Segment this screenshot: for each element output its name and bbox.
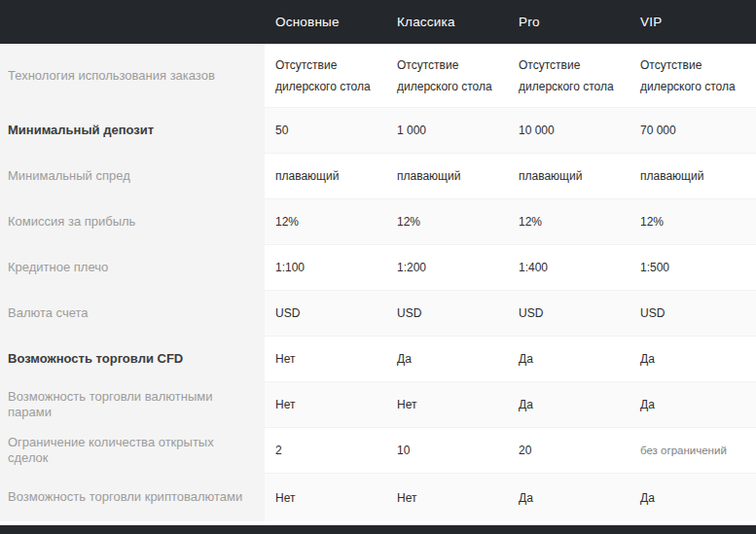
header-label-spacer <box>0 0 265 44</box>
table-header-bar: ОсновныеКлассикаProVIP <box>0 0 756 44</box>
value-cell: Да <box>630 474 756 521</box>
footer-bar <box>0 525 756 534</box>
value-cell: плавающий <box>386 154 508 198</box>
row-values: USDUSDUSDUSD <box>265 290 756 336</box>
value-cell: Отсутствие дилерского стола <box>386 44 508 107</box>
row-label: Ограничение количества открытых сделок <box>0 427 265 473</box>
value-cell: Нет <box>265 474 386 521</box>
column-header: Классика <box>386 0 508 44</box>
table-row: Ограничение количества открытых сделок21… <box>0 427 756 473</box>
value-cell: Да <box>508 474 630 521</box>
value-cell: Нет <box>265 337 386 381</box>
value-cell: Отсутствие дилерского стола <box>508 44 630 107</box>
row-values: 12%12%12%12% <box>265 198 756 244</box>
value-cell: плавающий <box>508 154 630 198</box>
column-header: Pro <box>508 0 630 44</box>
table-row: Возможность торговли CFDНетДаДаДа <box>0 336 756 381</box>
value-cell: 12% <box>265 199 386 244</box>
table-body: Технология использования заказовОтсутств… <box>0 44 756 521</box>
value-cell: Да <box>386 337 508 381</box>
account-types-comparison-table: ОсновныеКлассикаProVIP Технология исполь… <box>0 0 756 534</box>
column-header: VIP <box>630 0 756 44</box>
value-cell: 1:400 <box>508 245 630 290</box>
value-cell: без ограничений <box>630 428 756 473</box>
value-cell: 20 <box>508 428 630 473</box>
value-cell: Нет <box>386 382 508 427</box>
value-cell: плавающий <box>630 154 756 198</box>
row-label: Кредитное плечо <box>0 244 265 290</box>
value-cell: USD <box>508 291 630 336</box>
row-values: 1:1001:2001:4001:500 <box>265 244 756 290</box>
value-cell: 12% <box>508 199 630 244</box>
value-cell: плавающий <box>265 154 386 198</box>
row-label: Минимальный депозит <box>0 107 265 153</box>
value-cell: USD <box>386 291 508 336</box>
value-cell: 1:100 <box>265 245 386 290</box>
row-values: плавающийплавающийплавающийплавающий <box>265 153 756 198</box>
value-cell: Отсутствие дилерского стола <box>265 44 386 107</box>
column-header: Основные <box>265 0 386 44</box>
value-cell: Отсутствие дилерского стола <box>630 44 756 107</box>
row-values: НетНетДаДа <box>265 381 756 427</box>
row-label: Возможность торговли криптовалютами <box>0 473 265 521</box>
table-row: Минимальный депозит501 00010 00070 000 <box>0 107 756 153</box>
row-label: Минимальный спред <box>0 153 265 198</box>
value-cell: 1:200 <box>386 245 508 290</box>
row-values: НетДаДаДа <box>265 336 756 381</box>
value-cell: USD <box>265 291 386 336</box>
row-label: Технология использования заказов <box>0 44 265 107</box>
value-cell: Да <box>630 337 756 381</box>
table-row: Технология использования заказовОтсутств… <box>0 44 756 107</box>
value-cell: Нет <box>386 474 508 521</box>
row-values: Отсутствие дилерского столаОтсутствие ди… <box>265 44 756 107</box>
row-label: Возможность торговли CFD <box>0 336 265 381</box>
value-cell: 10 000 <box>508 108 630 153</box>
value-cell: 1 000 <box>386 108 508 153</box>
table-row: Комиссия за прибыль12%12%12%12% <box>0 198 756 244</box>
value-cell: Да <box>508 337 630 381</box>
row-label: Валюта счета <box>0 290 265 336</box>
table-row: Минимальный спредплавающийплавающийплава… <box>0 153 756 198</box>
value-cell: 12% <box>386 199 508 244</box>
row-label: Комиссия за прибыль <box>0 198 265 244</box>
table-row: Возможность торговли валютными парамиНет… <box>0 381 756 427</box>
row-values: 501 00010 00070 000 <box>265 107 756 153</box>
value-cell: 2 <box>265 428 386 473</box>
value-cell: 1:500 <box>630 245 756 290</box>
value-cell: 10 <box>386 428 508 473</box>
table-row: Валюта счетаUSDUSDUSDUSD <box>0 290 756 336</box>
value-cell: Да <box>630 382 756 427</box>
value-cell: Нет <box>265 382 386 427</box>
row-values: НетНетДаДа <box>265 473 756 521</box>
row-values: 21020без ограничений <box>265 427 756 473</box>
value-cell: 12% <box>630 199 756 244</box>
table-row: Возможность торговли криптовалютамиНетНе… <box>0 473 756 521</box>
value-cell: 50 <box>265 108 386 153</box>
value-cell: USD <box>630 291 756 336</box>
value-cell: Да <box>508 382 630 427</box>
row-label: Возможность торговли валютными парами <box>0 381 265 427</box>
table-row: Кредитное плечо1:1001:2001:4001:500 <box>0 244 756 290</box>
column-headers: ОсновныеКлассикаProVIP <box>265 0 756 44</box>
value-cell: 70 000 <box>630 108 756 153</box>
